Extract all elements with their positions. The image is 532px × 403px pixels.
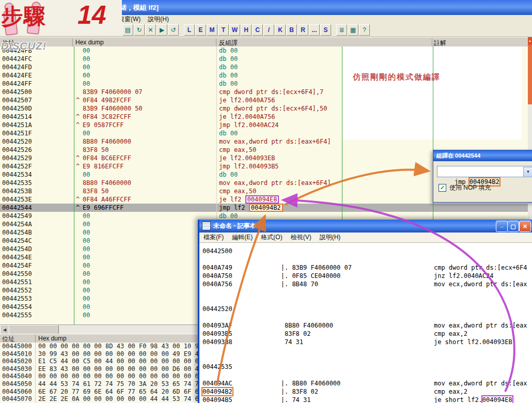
dump-address: 00445000 [2,343,32,350]
disasm-row-00442507[interactable]: 00442507^0F84 4982FCFFje lf2.0040A756 [0,96,528,104]
row-hex: 00 [83,303,90,311]
grid-line [74,47,74,324]
row-disasm: je lf2.0040A756 [219,113,275,121]
disasm-row-0044251A[interactable]: 0044251A^E9 0587FCFFjmp lf2.0040AC24 [0,121,528,129]
close-button[interactable] [519,221,531,232]
maximize-button[interactable] [507,221,519,232]
toolbar-letter-E[interactable]: E [195,24,206,36]
run-icon[interactable]: ▶ [157,24,167,36]
jump-caret-icon: ^ [76,195,80,204]
disasm-row-0044250D[interactable]: 0044250D83B9 F4060000 50cmp dword ptr ds… [0,104,528,113]
scroll-left-button[interactable] [0,325,9,334]
highlight-004094B2: 004094B2 [249,204,283,212]
menu-item-1[interactable]: 說明(H) [144,15,173,23]
disasm-row-004424FD[interactable]: 004424FD00db 00 [0,63,528,71]
row-hex: 00 [83,311,90,319]
assemble-dialog-title[interactable]: 組譯在 00442544 [433,150,532,161]
toolbar-letter-dots[interactable]: ... [309,24,320,36]
row-disasm: cmp eax,50 [219,187,256,195]
notepad-menu-item-1[interactable]: 編輯(E) [228,233,257,242]
toolbar-letter-L[interactable]: L [184,24,195,36]
scroll-thumb[interactable] [528,45,532,104]
row-hex: 00 [83,71,90,80]
help-icon[interactable]: ? [359,24,370,36]
toolbar-letter-M[interactable]: M [207,24,217,36]
notepad-menu-item-4[interactable]: 說明(H) [316,233,345,242]
close-icon[interactable]: ✕ [145,24,156,36]
notepad-icon [202,222,211,230]
assemble-input[interactable]: jmp 004094B2 [437,166,532,177]
toolbar-letter-slash[interactable]: / [263,24,274,36]
toolbar-letter-B[interactable]: B [286,24,297,36]
row-address: 00442535 [2,179,32,187]
row-hex: 83B9 F4060000 50 [83,104,143,113]
nop-fill-label: 使用 NOP 填充 [449,183,491,192]
row-address: 00442520 [2,137,32,146]
toolbar-letter-K[interactable]: K [275,24,286,36]
screen: { "logo": {"step_word": "步驟", "step_numb… [0,0,532,403]
notepad-titlebar[interactable]: 未命名 - 記事本 [199,220,532,233]
notepad-menu-item-0[interactable]: 檔案(F) [199,233,228,242]
column-divider[interactable] [432,39,432,47]
row-hex: E9 696FFCFF [83,204,123,212]
nop-fill-checkbox[interactable] [439,184,446,192]
row-address: 0044251F [2,129,32,137]
toolbar-letter-W[interactable]: W [229,24,240,36]
row-disasm: db 00 [219,80,238,88]
toolbar-letter-R[interactable]: R [298,24,308,36]
column-divider[interactable] [216,39,216,47]
dropdown-icon[interactable] [523,167,532,177]
windows-icon[interactable]: ▦ [348,24,358,36]
toolbar-letter-H[interactable]: H [241,24,252,36]
notepad-menu-item-2[interactable]: 格式(O) [257,233,286,242]
toolbar-letter-T[interactable]: T [218,24,229,36]
logo-brand: DISCUZ! [1,40,46,52]
notepad-text-area[interactable]: 004425000040A749 |. 83B9 F4060000 07 cmp… [199,243,532,403]
scroll-thumb[interactable] [9,325,59,334]
row-hex: 83F8 50 [83,187,109,195]
logo-step-number: 14 [77,0,106,30]
scroll-up-button[interactable] [528,37,532,45]
disasm-row-00442500[interactable]: 0044250083B9 F4060000 07cmp dword ptr ds… [0,88,528,96]
toolbar-letter-C[interactable]: C [252,24,263,36]
disasm-row-0044251F[interactable]: 0044251F00db 00 [0,129,528,137]
jump-caret-icon: ^ [76,154,80,162]
row-disasm: mov eax,dword ptr ds:[eax+6F4] [219,137,331,146]
toolbar-letter-S[interactable]: S [320,24,331,36]
restart-icon[interactable]: ↻ [134,24,145,36]
disasm-row-00442544[interactable]: 00442544^E9 696FFCFFjmp lf2 004094B2 [0,204,528,212]
disasm-row-004424FE[interactable]: 004424FE00db 00 [0,71,528,80]
minimize-button[interactable] [496,221,508,232]
logo-step-text: 步驟 [1,2,46,31]
row-hex: 8B80 F4060000 [83,137,131,146]
notepad-title: 未命名 - 記事本 [213,222,256,230]
jump-caret-icon: ^ [76,113,80,121]
row-disasm: jmp lf2.0040AC24 [219,121,279,129]
panels-icon[interactable]: ≣ [336,24,347,36]
row-disasm: je lf2.0040A756 [219,96,275,104]
disasm-row-004424FF[interactable]: 004424FF00db 00 [0,80,528,88]
row-disasm: je lf2.004093EB [219,154,275,162]
row-disasm: db 00 [219,63,238,71]
disasm-row-00442514[interactable]: 00442514^0F84 3C82FCFFje lf2.0040A756 [0,113,528,121]
dump-header-hexdump: Hex dump [38,335,67,342]
highlight-004094E8: 004094E8 [245,195,279,204]
row-address: 004424FE [2,71,32,80]
row-address: 00442534 [2,171,32,179]
dump-bytes: 30 99 43 00 00 00 00 00 00 00 00 00 49 E… [38,350,214,358]
column-divider[interactable] [35,335,36,343]
disasm-row-00442520[interactable]: 004425208B80 F4060000mov eax,dword ptr d… [0,137,528,146]
row-address: 0044254E [2,253,32,261]
row-hex: 00 [83,63,90,71]
row-address: 00442549 [2,212,32,220]
disasm-row-004424FC[interactable]: 004424FC00db 00 [0,55,528,63]
open-icon[interactable]: ▤ [122,24,133,36]
row-disasm: db 00 [219,55,238,63]
disasm-row-00442549[interactable]: 0044254900db 00 [0,212,528,220]
notepad-menu-item-3[interactable]: 檢視(V) [287,233,316,242]
jump-caret-icon: ^ [76,96,80,104]
step-over-icon[interactable]: ↺ [168,24,179,36]
jump-caret-icon: ^ [76,162,80,171]
window-title: 緒，模組 lf2] [120,0,159,15]
row-address: 0044251A [2,121,32,129]
